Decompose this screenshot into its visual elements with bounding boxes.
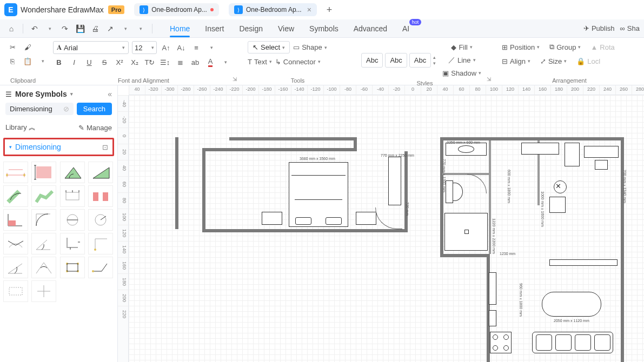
italic-button[interactable]: I	[68, 56, 80, 68]
format-painter-button[interactable]: 🖌	[22, 41, 34, 53]
font-dialog-launcher[interactable]: ⇲	[231, 75, 238, 83]
underline-button[interactable]: U	[83, 56, 95, 68]
align-left-button[interactable]: ≡	[190, 42, 202, 53]
symbol-dim-box[interactable]	[3, 280, 28, 302]
font-family-select[interactable]: 𝐀Arial ▾	[53, 41, 129, 54]
desk[interactable]	[584, 146, 619, 158]
style-preset-2[interactable]: Abc	[385, 53, 407, 68]
counter[interactable]	[521, 143, 559, 155]
styles-dialog-launcher[interactable]: ⇲	[485, 75, 493, 83]
cabinet-1[interactable]	[489, 272, 496, 305]
symbol-dim-corner[interactable]	[3, 209, 28, 231]
symbol-dim-radius-arc[interactable]	[31, 209, 56, 231]
export-dropdown[interactable]: ▾	[118, 22, 132, 36]
stool[interactable]	[549, 197, 566, 213]
symbol-dim-angle-g[interactable]	[60, 162, 85, 183]
chevron-down-icon[interactable]: ▾	[70, 91, 73, 97]
door-swing[interactable]	[467, 174, 487, 193]
font-color-dropdown[interactable]: ▾	[220, 56, 231, 68]
category-action-icon[interactable]: ⊡	[102, 143, 108, 151]
clear-icon[interactable]: ⊘	[63, 105, 69, 113]
increase-font-button[interactable]: A↑	[160, 42, 172, 53]
menu-home[interactable]: Home	[162, 21, 197, 36]
document-tab-active[interactable]: ⟩ One-Bedroom Ap... ×	[229, 3, 317, 16]
search-button[interactable]: Search	[77, 103, 112, 115]
font-size-select[interactable]: 12▾	[132, 41, 157, 54]
pillow[interactable]	[295, 217, 311, 225]
symbol-dim-diameter[interactable]	[60, 209, 85, 231]
style-preset-3[interactable]: Abc	[409, 53, 431, 68]
manage-button[interactable]: ✎Manage	[78, 124, 112, 132]
symbol-dim-leader[interactable]	[88, 257, 113, 278]
export-button[interactable]: ↗	[103, 22, 117, 36]
menu-symbols[interactable]: Symbols	[302, 21, 346, 36]
sofa[interactable]	[532, 332, 613, 353]
symbol-dim-slope[interactable]	[88, 162, 113, 183]
undo-button[interactable]: ↶	[28, 22, 42, 36]
collapse-sidebar-button[interactable]: «	[108, 90, 112, 98]
sidebar-title[interactable]: More Symbols	[15, 90, 67, 98]
round-table[interactable]: ✕	[554, 180, 567, 193]
wardrobe[interactable]	[388, 157, 401, 205]
category-dimensioning[interactable]: ▾ Dimensioning ⊡	[3, 138, 114, 156]
home-icon[interactable]: ⌂	[4, 22, 18, 36]
add-tab-button[interactable]: +	[327, 4, 333, 16]
symbol-dim-chain[interactable]	[60, 185, 85, 207]
case-button[interactable]: ab	[189, 56, 201, 68]
symbol-dim-baseline[interactable]	[88, 185, 113, 207]
style-prev[interactable]: ▴	[433, 55, 436, 60]
style-next[interactable]: ▾	[433, 61, 436, 66]
font-color-button[interactable]: A	[204, 56, 216, 68]
document-tab[interactable]: ⟩ One-Bedroom Ap...	[134, 3, 219, 16]
vanity-sink[interactable]	[446, 143, 487, 156]
shadow-button[interactable]: ▣Shadow▾	[442, 67, 481, 79]
close-icon[interactable]: ×	[307, 5, 311, 14]
drawing-canvas[interactable]: 3680 mm x 3560 mm 770 mm x 2250 mm 720 m…	[129, 95, 644, 362]
align-button[interactable]: ⊟Align▾	[502, 55, 530, 67]
symbol-dim-ordinate[interactable]	[88, 233, 113, 254]
toilet-tank[interactable]	[446, 180, 453, 203]
print-button[interactable]: 🖨	[88, 22, 102, 36]
cut-button[interactable]: ✂	[6, 41, 18, 53]
strikethrough-button[interactable]: S	[98, 56, 110, 68]
stove[interactable]	[490, 332, 512, 353]
symbol-dim-linear-v[interactable]	[31, 162, 56, 183]
shape-tool[interactable]: ▭ Shape ▾	[293, 42, 327, 53]
fridge[interactable]	[565, 143, 580, 166]
nightstand-r[interactable]	[356, 212, 376, 225]
group-button[interactable]: ⧉Group▾	[549, 41, 581, 53]
more-qat[interactable]: ▾	[134, 22, 148, 36]
chair[interactable]	[595, 160, 608, 170]
fill-button[interactable]: ◆Fill▾	[442, 41, 481, 53]
position-button[interactable]: ⊞Position▾	[502, 41, 540, 53]
search-term-chip[interactable]: Dimensioning ⊘	[5, 103, 74, 115]
lock-button[interactable]: 🔒Locl	[576, 55, 600, 67]
symbol-dim-arc-ext[interactable]	[3, 233, 28, 254]
copy-button[interactable]: ⎘	[6, 55, 18, 67]
line-spacing-button[interactable]: ☰↕	[159, 56, 171, 68]
publish-button[interactable]: ✈ Publish	[583, 24, 615, 32]
rotate-button[interactable]: ▲Rota	[590, 41, 614, 53]
menu-view[interactable]: View	[270, 21, 302, 36]
subscript-button[interactable]: X₂	[129, 56, 141, 68]
shower[interactable]	[444, 213, 488, 251]
size-button[interactable]: ⤢Size▾	[540, 55, 567, 67]
bullet-list-button[interactable]: ≣	[174, 56, 186, 68]
symbol-dim-angle-top[interactable]	[31, 257, 56, 278]
symbol-dim-center[interactable]	[31, 280, 56, 302]
cabinet-2[interactable]	[489, 310, 496, 326]
symbol-dim-l-shape[interactable]	[60, 233, 85, 254]
pillow[interactable]	[326, 217, 342, 225]
symbol-dim-arc[interactable]	[3, 185, 28, 207]
menu-advanced[interactable]: Advanced	[346, 21, 395, 36]
select-tool[interactable]: ↖ Select ▾	[248, 41, 290, 53]
symbol-dim-linear-h[interactable]	[3, 162, 28, 183]
paste-button[interactable]: 📋	[22, 55, 34, 67]
connector-tool[interactable]: ↳ Connector ▾	[275, 56, 321, 68]
redo-button[interactable]: ↷	[58, 22, 72, 36]
line-button[interactable]: ／Line▾	[442, 54, 481, 66]
bold-button[interactable]: B	[53, 56, 65, 68]
door-swing[interactable]	[375, 207, 402, 229]
undo-dropdown[interactable]: ▾	[43, 22, 57, 36]
bathtub[interactable]	[542, 292, 601, 317]
